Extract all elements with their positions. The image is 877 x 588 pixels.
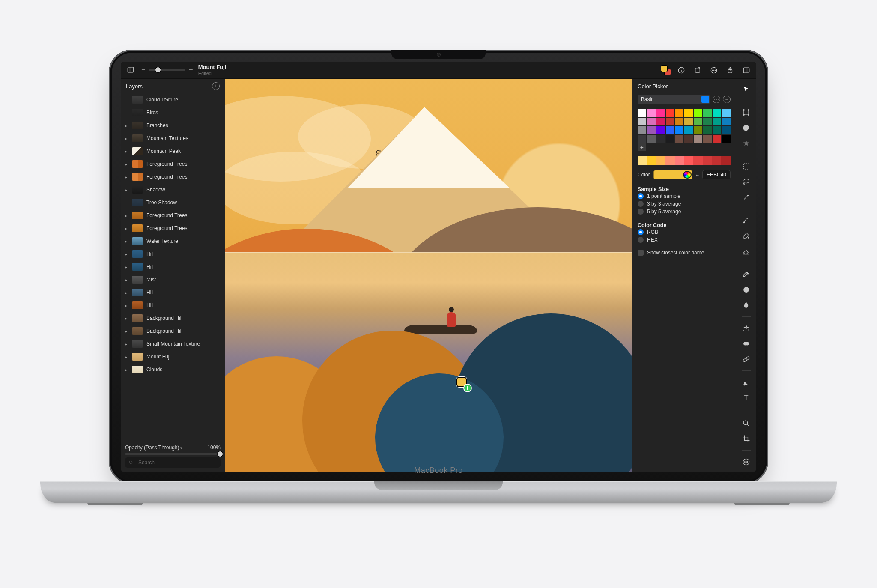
gradient-tool[interactable]	[739, 283, 754, 296]
more-tools[interactable]	[739, 455, 754, 469]
color-swatch[interactable]	[713, 126, 721, 134]
palette-mode-select[interactable]: Basic ▲▼	[638, 95, 710, 104]
more-options-button[interactable]	[708, 65, 719, 76]
brush-tool[interactable]	[739, 213, 754, 227]
recent-color-swatch[interactable]	[721, 156, 731, 165]
color-swatch[interactable]	[647, 109, 656, 117]
color-swatch[interactable]	[703, 109, 712, 117]
layer-row[interactable]: ▸Branches	[121, 119, 225, 132]
favorites[interactable]	[739, 136, 754, 150]
layer-row[interactable]: ▸Water Texture	[121, 235, 225, 248]
disclosure-chevron-icon[interactable]: ▸	[123, 316, 128, 321]
color-swatch[interactable]	[703, 126, 712, 134]
shape-tool[interactable]	[739, 121, 754, 134]
color-swatch[interactable]	[647, 135, 656, 143]
fill-tool[interactable]	[739, 229, 754, 242]
disclosure-chevron-icon[interactable]: ▸	[123, 265, 128, 269]
current-color-chip[interactable]	[653, 170, 693, 179]
color-swatch[interactable]	[638, 126, 646, 134]
marquee-tool[interactable]	[739, 159, 754, 173]
color-swatch[interactable]	[666, 126, 674, 134]
disclosure-chevron-icon[interactable]: ▸	[123, 329, 128, 334]
layer-list[interactable]: ▸Cloud Texture▸Birds▸Branches▸Mountain T…	[121, 93, 225, 442]
color-swatch[interactable]	[722, 126, 731, 134]
disclosure-chevron-icon[interactable]: ▸	[123, 355, 128, 359]
sparkle-tool[interactable]	[739, 321, 754, 335]
layer-search-input[interactable]	[137, 459, 217, 466]
color-swatch[interactable]	[694, 109, 702, 117]
opacity-mode-menu[interactable]: Opacity (Pass Through)	[125, 445, 182, 451]
disclosure-chevron-icon[interactable]: ▸	[123, 175, 128, 179]
color-swatch[interactable]	[656, 118, 665, 125]
color-swatch[interactable]	[638, 109, 646, 117]
color-swatch[interactable]	[666, 135, 674, 143]
color-swatch[interactable]	[675, 118, 684, 125]
layer-row[interactable]: ▸Mount Fuji	[121, 350, 225, 363]
color-swatch[interactable]	[694, 126, 702, 134]
color-swatch[interactable]	[722, 118, 731, 125]
disclosure-chevron-icon[interactable]: ▸	[123, 278, 128, 282]
layer-row[interactable]: ▸Foreground Trees	[121, 158, 225, 170]
disclosure-chevron-icon[interactable]: ▸	[123, 290, 128, 295]
layer-row[interactable]: ▸Mountain Textures	[121, 132, 225, 145]
color-swatch[interactable]	[713, 135, 721, 143]
recent-color-swatch[interactable]	[684, 156, 694, 165]
add-swatch-button[interactable]: +	[638, 143, 646, 151]
layer-row[interactable]: ▸Mist	[121, 273, 225, 286]
color-swatch[interactable]	[713, 118, 721, 125]
layer-row[interactable]: ▸Cloud Texture	[121, 93, 225, 106]
layer-row[interactable]: ▸Hill	[121, 299, 225, 312]
layer-row[interactable]: ▸Tree Shadow	[121, 196, 225, 209]
color-swatch[interactable]	[675, 135, 684, 143]
text-tool[interactable]	[739, 391, 754, 404]
zoom-tool[interactable]	[739, 416, 754, 430]
color-swatch[interactable]	[694, 118, 702, 125]
sample-size-option[interactable]: 1 point sample	[638, 192, 731, 200]
magic-wand-tool[interactable]	[739, 190, 754, 204]
zoom-out-icon[interactable]: −	[141, 66, 145, 74]
layer-row[interactable]: ▸Hill	[121, 286, 225, 299]
color-swatch[interactable]	[684, 126, 693, 134]
layer-row[interactable]: ▸Foreground Trees	[121, 222, 225, 235]
disclosure-chevron-icon[interactable]: ▸	[123, 213, 128, 218]
disclosure-chevron-icon[interactable]: ▸	[123, 367, 128, 372]
color-swatch[interactable]	[675, 109, 684, 117]
color-swatch[interactable]	[656, 126, 665, 134]
recent-color-swatch[interactable]	[712, 156, 722, 165]
recent-color-swatch[interactable]	[693, 156, 703, 165]
color-code-option[interactable]: RGB	[638, 228, 731, 236]
color-code-option[interactable]: HEX	[638, 236, 731, 244]
color-swatch[interactable]	[656, 109, 665, 117]
color-swatch[interactable]	[675, 126, 684, 134]
layer-row[interactable]: ▸Hill	[121, 260, 225, 273]
eraser-tool[interactable]	[739, 244, 754, 258]
recent-color-swatch[interactable]	[647, 156, 656, 165]
eyedropper-tool[interactable]	[739, 267, 754, 281]
color-swatch[interactable]	[684, 118, 693, 125]
hex-input[interactable]: EEBC40	[702, 170, 731, 179]
disclosure-chevron-icon[interactable]: ▸	[123, 252, 128, 257]
disclosure-chevron-icon[interactable]: ▸	[123, 226, 128, 231]
recent-color-swatch[interactable]	[665, 156, 675, 165]
layer-search[interactable]	[125, 457, 221, 468]
opacity-slider[interactable]	[125, 453, 221, 455]
color-swatch[interactable]	[722, 135, 731, 143]
color-swatch[interactable]	[647, 126, 656, 134]
color-swatch[interactable]	[656, 135, 665, 143]
recent-color-swatch[interactable]	[703, 156, 712, 165]
palette-remove-button[interactable]: −	[723, 96, 731, 103]
disclosure-chevron-icon[interactable]: ▸	[123, 342, 128, 346]
layer-row[interactable]: ▸Foreground Trees	[121, 209, 225, 222]
layer-row[interactable]: ▸Background Hill	[121, 312, 225, 325]
clone-tool[interactable]	[739, 337, 754, 350]
layer-row[interactable]: ▸Shadow	[121, 183, 225, 196]
color-swatch[interactable]	[684, 135, 693, 143]
layer-row[interactable]: ▸Foreground Trees	[121, 170, 225, 183]
disclosure-chevron-icon[interactable]: ▸	[123, 303, 128, 308]
disclosure-chevron-icon[interactable]: ▸	[123, 188, 128, 192]
sample-size-option[interactable]: 5 by 5 average	[638, 208, 731, 215]
inspector-toggle-button[interactable]	[741, 65, 752, 76]
recent-colors-row[interactable]	[638, 156, 731, 165]
add-layer-button[interactable]: +	[212, 82, 220, 90]
color-swatch[interactable]	[694, 135, 702, 143]
